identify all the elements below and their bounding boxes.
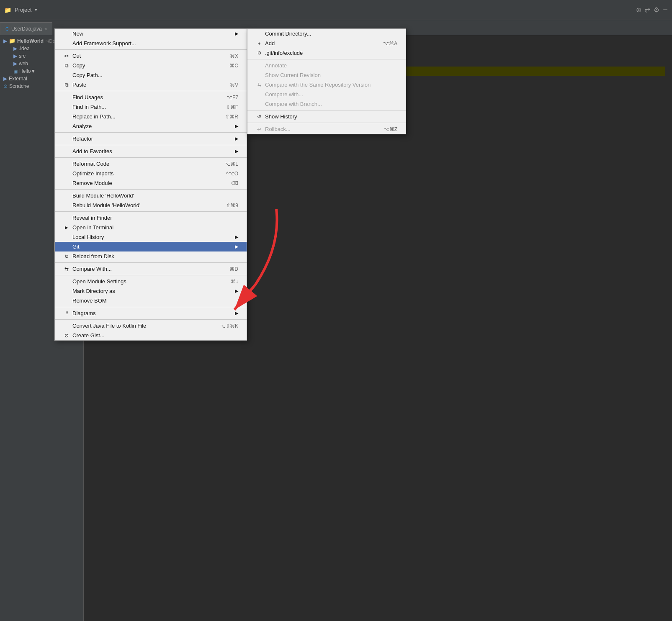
shortcut-paste: ⌘V xyxy=(230,82,238,88)
menu-item-diagrams[interactable]: ⠿ Diagrams ▶ xyxy=(55,308,247,318)
menu-item-mark-directory[interactable]: Mark Directory as ▶ xyxy=(55,286,247,296)
dropdown-icon: ▾ xyxy=(35,7,37,13)
menu-item-git[interactable]: Git ▶ xyxy=(55,242,247,251)
tab-filename: UserDao.java xyxy=(11,26,42,32)
folder-icon-web: ▶ xyxy=(13,61,17,67)
submenu-item-git-info-exclude[interactable]: ⊙ .git/info/exclude xyxy=(247,48,406,58)
menu-item-reveal-in-finder[interactable]: Reveal in Finder xyxy=(55,213,247,223)
submenu-label-compare-with-git: Compare with... xyxy=(265,91,303,98)
submenu-label-commit-directory: Commit Directory... xyxy=(265,31,311,37)
menu-item-replace-in-path[interactable]: Replace in Path... ⇧⌘R xyxy=(55,112,247,121)
menu-item-convert-java[interactable]: Convert Java File to Kotlin File ⌥⇧⌘K xyxy=(55,321,247,331)
ide-background: 📁 Project ▾ ⊕ ⇄ ⚙ − C UserDao.java × ▶ 📁… xyxy=(0,0,672,621)
compare-icon: ⇆ xyxy=(63,266,70,272)
menu-item-reformat-code[interactable]: Reformat Code ⌥⌘L xyxy=(55,159,247,169)
external-icon: ▶ xyxy=(3,76,7,82)
separator-3 xyxy=(55,132,247,133)
menu-label-remove-module: Remove Module xyxy=(72,180,112,186)
arrow-git: ▶ xyxy=(235,244,238,249)
menu-item-find-usages[interactable]: Find Usages ⌥F7 xyxy=(55,92,247,102)
shortcut-optimize: ^⌥O xyxy=(226,171,238,177)
separator-2 xyxy=(55,91,247,91)
copy-icon: ⧉ xyxy=(63,63,70,69)
menu-item-open-in-terminal[interactable]: ▶ Open in Terminal xyxy=(55,223,247,232)
folder-expand-icon: ▶ xyxy=(3,38,7,44)
folder-icon-src: ▶ xyxy=(13,53,17,59)
context-menu: New ▶ Add Framework Support... ✂ Cut ⌘X … xyxy=(54,28,247,341)
arrow-analyze: ▶ xyxy=(235,123,238,129)
menu-item-paste[interactable]: ⧉ Paste ⌘V xyxy=(55,80,247,90)
menu-item-analyze[interactable]: Analyze ▶ xyxy=(55,121,247,131)
submenu-item-add[interactable]: + Add ⌥⌘A xyxy=(247,38,406,48)
submenu-item-commit-directory[interactable]: Commit Directory... xyxy=(247,29,406,38)
menu-item-copy-path[interactable]: Copy Path... xyxy=(55,70,247,80)
globe-icon[interactable]: ⊕ xyxy=(636,6,641,14)
menu-item-local-history[interactable]: Local History ▶ xyxy=(55,232,247,242)
menu-label-refactor: Refactor xyxy=(72,136,93,142)
show-history-icon: ↺ xyxy=(256,114,263,120)
menu-item-optimize-imports[interactable]: Optimize Imports ^⌥O xyxy=(55,169,247,178)
arrow-diagrams: ▶ xyxy=(235,310,238,316)
menu-item-create-gist[interactable]: ⊙ Create Gist... xyxy=(55,331,247,340)
menu-label-copy: Copy xyxy=(72,62,85,69)
submenu-item-compare-branch: Compare with Branch... xyxy=(247,99,406,109)
menu-label-find-usages: Find Usages xyxy=(72,94,103,100)
diagrams-icon: ⠿ xyxy=(63,311,70,316)
submenu-item-show-history[interactable]: ↺ Show History xyxy=(247,112,406,121)
git-submenu: Commit Directory... + Add ⌥⌘A ⊙ .git/inf… xyxy=(247,28,406,134)
shortcut-remove-module: ⌫ xyxy=(231,180,238,186)
menu-item-open-module-settings[interactable]: Open Module Settings ⌘↓ xyxy=(55,277,247,286)
menu-item-find-in-path[interactable]: Find in Path... ⇧⌘F xyxy=(55,102,247,112)
submenu-item-rollback: ↩ Rollback... ⌥⌘Z xyxy=(247,124,406,134)
separator-4 xyxy=(55,145,247,145)
menu-label-find-in-path: Find in Path... xyxy=(72,104,106,110)
minimize-icon[interactable]: − xyxy=(663,5,668,15)
menu-label-reload-from-disk: Reload from Disk xyxy=(72,253,114,259)
submenu-label-rollback: Rollback... xyxy=(265,126,291,132)
menu-item-add-framework[interactable]: Add Framework Support... xyxy=(55,38,247,48)
menu-label-convert-java: Convert Java File to Kotlin File xyxy=(72,323,146,329)
menu-item-reload-from-disk[interactable]: ↻ Reload from Disk xyxy=(55,251,247,261)
java-file-icon: C xyxy=(5,26,9,31)
menu-item-cut[interactable]: ✂ Cut ⌘X xyxy=(55,51,247,61)
submenu-item-show-current-revision: Show Current Revision xyxy=(247,70,406,80)
folder-label-src: src xyxy=(19,53,26,59)
menu-item-refactor[interactable]: Refactor ▶ xyxy=(55,134,247,144)
scratche-icon: ⊙ xyxy=(3,83,8,89)
submenu-item-compare-same-repo: ⇆ Compare with the Same Repository Versi… xyxy=(247,80,406,90)
file-tab[interactable]: C UserDao.java × xyxy=(0,22,52,35)
split-icon[interactable]: ⇄ xyxy=(645,6,650,14)
shortcut-rebuild: ⇧⌘9 xyxy=(226,203,238,208)
submenu-label-annotate: Annotate xyxy=(265,62,287,69)
submenu-label-add: Add xyxy=(265,40,275,46)
submenu-item-annotate: Annotate xyxy=(247,61,406,70)
shortcut-add: ⌥⌘A xyxy=(383,41,397,46)
separator-1 xyxy=(55,49,247,50)
menu-item-remove-bom[interactable]: Remove BOM xyxy=(55,296,247,305)
menu-label-mark-directory: Mark Directory as xyxy=(72,288,115,294)
menu-item-compare-with[interactable]: ⇆ Compare With... ⌘D xyxy=(55,264,247,274)
menu-label-reformat-code: Reformat Code xyxy=(72,161,109,167)
gist-icon: ⊙ xyxy=(63,333,70,339)
menu-item-remove-module[interactable]: Remove Module ⌫ xyxy=(55,178,247,188)
folder-icon-helloworld: 📁 xyxy=(9,38,15,44)
submenu-separator-1 xyxy=(247,59,406,59)
folder-label-idea: .idea xyxy=(19,46,30,51)
menu-item-copy[interactable]: ⧉ Copy ⌘C xyxy=(55,61,247,70)
menu-label-open-module-settings: Open Module Settings xyxy=(72,278,126,285)
menu-item-rebuild-module[interactable]: Rebuild Module 'HelloWorld' ⇧⌘9 xyxy=(55,200,247,210)
tab-close-button[interactable]: × xyxy=(44,26,47,31)
menu-item-new[interactable]: New ▶ xyxy=(55,29,247,38)
file-label-hello: Hello▼ xyxy=(19,68,36,74)
separator-6 xyxy=(55,189,247,190)
menu-label-copy-path: Copy Path... xyxy=(72,72,103,78)
scratche-label: Scratche xyxy=(9,83,29,89)
menu-item-build-module[interactable]: Build Module 'HelloWorld' xyxy=(55,191,247,200)
helloworld-label: HelloWorld xyxy=(17,38,44,44)
shortcut-module-settings: ⌘↓ xyxy=(231,279,238,285)
submenu-label-show-history: Show History xyxy=(265,113,297,120)
settings-icon[interactable]: ⚙ xyxy=(654,6,659,14)
paste-icon: ⧉ xyxy=(63,82,70,88)
menu-item-add-to-favorites[interactable]: Add to Favorites ▶ xyxy=(55,146,247,156)
menu-label-replace-in-path: Replace in Path... xyxy=(72,113,116,120)
